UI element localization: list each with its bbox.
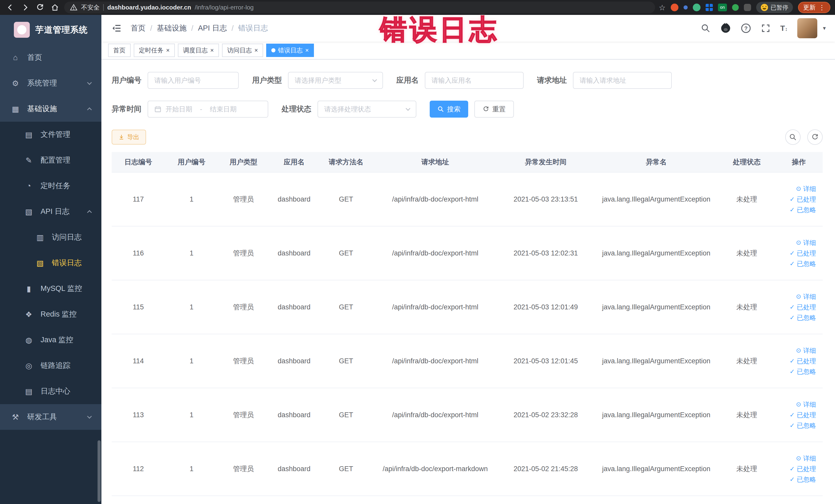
close-icon[interactable]: ×: [166, 47, 170, 54]
tab-error-log[interactable]: 错误日志 ×: [266, 44, 314, 57]
detail-link[interactable]: ⊙详细: [796, 454, 816, 463]
app-name-input[interactable]: [425, 72, 524, 89]
mark-ignored-link[interactable]: ✓已忽略: [790, 475, 816, 484]
close-icon[interactable]: ×: [254, 47, 258, 54]
sidebar-collapse-icon[interactable]: [110, 23, 122, 34]
caret-down-icon[interactable]: ▾: [823, 25, 826, 32]
column-header-exception-time: 异常发生时间: [498, 157, 593, 167]
mark-processed-link[interactable]: ✓已处理: [790, 249, 816, 258]
sidebar-item-system[interactable]: ⚙ 系统管理: [0, 70, 101, 96]
extension-icon-green[interactable]: [732, 4, 739, 11]
home-button[interactable]: [49, 2, 61, 13]
sidebar-item-file-manage[interactable]: ▤ 文件管理: [0, 122, 101, 147]
breadcrumb-item[interactable]: 基础设施: [157, 23, 187, 33]
extension-icon-grid[interactable]: [706, 4, 713, 11]
tab-scheduled-job[interactable]: 定时任务 ×: [134, 44, 175, 57]
close-icon[interactable]: ×: [210, 47, 214, 54]
detail-link[interactable]: ⊙详细: [796, 293, 816, 301]
request-url-input[interactable]: [573, 72, 672, 89]
close-icon[interactable]: ×: [305, 47, 309, 54]
sidebar-item-trace[interactable]: ◎ 链路追踪: [0, 353, 101, 379]
detail-link[interactable]: ⊙详细: [796, 346, 816, 355]
sidebar-item-api-log[interactable]: ▧ API 日志: [0, 199, 101, 224]
emoji-face-icon: [761, 4, 768, 11]
bookmark-star-icon[interactable]: ☆: [659, 3, 666, 12]
sidebar-item-access-log[interactable]: ▥ 访问日志: [0, 224, 101, 250]
mark-ignored-link[interactable]: ✓已忽略: [790, 367, 816, 376]
reload-button[interactable]: [34, 2, 46, 13]
end-date-placeholder[interactable]: 结束日期: [210, 105, 237, 114]
avatar[interactable]: [797, 18, 817, 38]
mark-processed-link[interactable]: ✓已处理: [790, 303, 816, 311]
sidebar-item-config-manage[interactable]: ✎ 配置管理: [0, 147, 101, 173]
sidebar-item-java-monitor[interactable]: ◍ Java 监控: [0, 327, 101, 353]
tab-dispatch-log[interactable]: 调度日志 ×: [178, 44, 219, 57]
table-row: 117 1 管理员 dashboard GET /api/infra/db-do…: [111, 173, 823, 226]
tab-home[interactable]: 首页: [108, 44, 131, 57]
breadcrumb-item[interactable]: 首页: [131, 23, 145, 33]
sidebar-item-mysql-monitor[interactable]: ▮ MySQL 监控: [0, 276, 101, 301]
forward-button[interactable]: [20, 2, 31, 13]
fullscreen-icon[interactable]: [761, 23, 771, 33]
refresh-button[interactable]: [807, 129, 823, 145]
detail-link[interactable]: ⊙详细: [796, 239, 816, 247]
mark-processed-link[interactable]: ✓已处理: [790, 411, 816, 419]
process-status-select[interactable]: 请选择处理状态: [318, 101, 416, 118]
sidebar-item-home[interactable]: ⌂ 首页: [0, 45, 101, 70]
mark-processed-link[interactable]: ✓已处理: [790, 357, 816, 365]
svg-text:?: ?: [744, 25, 748, 32]
address-bar[interactable]: 不安全 dashboard.yudao.iocoder.cn /infra/lo…: [64, 2, 655, 13]
user-id-input[interactable]: [148, 72, 239, 89]
exception-time-range-picker[interactable]: 开始日期 - 结束日期: [148, 101, 268, 118]
logo-image: [14, 22, 30, 38]
help-icon[interactable]: ?: [741, 23, 751, 33]
extension-icon-blue-dot[interactable]: [684, 5, 688, 9]
sidebar: 芋道管理系统 ⌂ 首页 ⚙ 系统管理 ▦ 基础设施 ▤ 文件管理 ✎ 配置管理 …: [0, 15, 101, 504]
mark-ignored-link[interactable]: ✓已忽略: [790, 260, 816, 268]
back-button[interactable]: [5, 2, 16, 13]
github-icon[interactable]: [720, 23, 731, 34]
breadcrumb-separator: /: [231, 24, 233, 33]
breadcrumb-item[interactable]: API 日志: [198, 23, 227, 33]
sidebar-item-dev-tools[interactable]: ⚒ 研发工具: [0, 404, 101, 430]
extension-icon-orange[interactable]: [671, 4, 678, 11]
sidebar-item-error-log[interactable]: ▧ 错误日志: [0, 250, 101, 276]
sidebar-item-log-center[interactable]: ▤ 日志中心: [0, 379, 101, 404]
tab-label: 首页: [113, 46, 125, 55]
sidebar-scrollbar[interactable]: [98, 440, 101, 502]
extension-on-badge[interactable]: on: [718, 4, 727, 11]
breadcrumb-separator: /: [191, 24, 193, 33]
table-tools: [785, 129, 823, 145]
paused-badge[interactable]: 已暂停: [756, 2, 793, 13]
search-button[interactable]: 搜索: [430, 101, 468, 118]
user-type-select[interactable]: 请选择用户类型: [288, 72, 383, 89]
mark-ignored-link[interactable]: ✓已忽略: [790, 206, 816, 214]
tab-access-log[interactable]: 访问日志 ×: [222, 44, 263, 57]
search-icon[interactable]: [701, 23, 711, 33]
url-path: /infra/log/api-error-log: [195, 4, 253, 11]
font-size-icon[interactable]: T↕: [780, 24, 788, 33]
search-toggle-button[interactable]: [785, 129, 801, 145]
update-button[interactable]: 更新 ⋮: [798, 2, 830, 13]
cell-method: GET: [319, 249, 373, 257]
vue-devtools-extension-icon[interactable]: [693, 4, 700, 11]
mark-processed-link[interactable]: ✓已处理: [790, 195, 816, 204]
exception-time-label: 异常时间: [111, 104, 141, 114]
export-button-label: 导出: [127, 133, 139, 141]
export-button[interactable]: 导出: [111, 130, 146, 144]
check-icon: ✓: [790, 368, 795, 375]
extensions-puzzle-icon[interactable]: [744, 4, 751, 11]
cell-user-type: 管理员: [218, 464, 269, 473]
mark-processed-link[interactable]: ✓已处理: [790, 465, 816, 473]
sidebar-item-redis-monitor[interactable]: ❖ Redis 监控: [0, 301, 101, 327]
sidebar-item-infra[interactable]: ▦ 基础设施: [0, 96, 101, 122]
mark-ignored-link[interactable]: ✓已忽略: [790, 314, 816, 322]
app-logo[interactable]: 芋道管理系统: [0, 15, 101, 45]
check-icon: ✓: [790, 196, 795, 203]
detail-link[interactable]: ⊙详细: [796, 400, 816, 409]
start-date-placeholder[interactable]: 开始日期: [166, 105, 192, 114]
sidebar-item-scheduled-job[interactable]: ◔ 定时任务: [0, 173, 101, 199]
reset-button[interactable]: 重置: [474, 101, 514, 118]
detail-link[interactable]: ⊙详细: [796, 185, 816, 193]
mark-ignored-link[interactable]: ✓已忽略: [790, 421, 816, 430]
